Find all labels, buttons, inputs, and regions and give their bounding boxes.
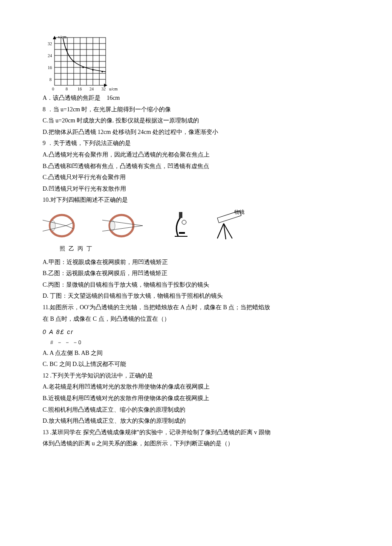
q8-option-b: 8 ．当 u=12cm 时，在光屏上能得到一个缩小的像 — [43, 104, 375, 116]
q9-option-c: C.凸透镜只对平行光有会聚作用 — [43, 172, 375, 183]
q11-stem-1: 11.如图所示，OO'为凸透镜的主光轴，当把蜡烛放在 A 点时，成像在 B 点；… — [43, 302, 375, 314]
ytick-32: 32 — [48, 41, 52, 46]
q9-option-a: A.凸透镜对光有会聚作用，因此通过凸透镜的光都会聚在焦点上 — [43, 149, 375, 161]
q11-diagram-line: 0 A 8£ cr — [43, 326, 375, 338]
q10-option-b: B.乙图：远视眼成像在视网膜后，用凹透镜矫正 — [43, 268, 375, 279]
q9-option-b: B.凸透镜和凹透镜都有焦点，凸透镜有实焦点，凹透镜有虚焦点 — [43, 161, 375, 172]
ytick-24: 24 — [48, 53, 52, 58]
svg-point-18 — [73, 61, 75, 62]
q10-caption: 照乙丙丁 — [60, 244, 375, 254]
q9-stem: 9 ．关于透镜，下列说法正确的是 — [43, 138, 375, 149]
svg-text:16: 16 — [78, 87, 82, 91]
svg-line-32 — [66, 226, 73, 229]
telescope-icon: 物镜 — [209, 209, 251, 243]
q11-options-cd: C. BC 之间 D.以上情况都不可能 — [43, 359, 375, 370]
q12-option-b: B.近视镜是利用凹透镜对光的发散作用使物体的像成在视网膜上 — [43, 393, 375, 404]
q10-figure-row: 物镜 — [43, 209, 375, 243]
svg-point-38 — [182, 220, 186, 224]
q12-option-a: A.老花镜是利用凹透镜对光的发散作用使物体的像成在视网膜上 — [43, 381, 375, 393]
q8-option-a: A．该凸透镜的焦距是 16cm — [43, 93, 375, 104]
svg-line-35 — [102, 220, 143, 226]
svg-point-17 — [66, 49, 67, 50]
svg-text:8: 8 — [66, 87, 68, 91]
q8-option-c: C.当 u=20cm 时成放大的像. 投影仪就是根据这一原理制成的 — [43, 115, 375, 127]
svg-rect-39 — [179, 232, 185, 234]
q11-diagram-sub: # − − −0 — [50, 338, 375, 348]
svg-text:24: 24 — [89, 87, 94, 91]
q12-option-d: D.放大镜利用凸透镜成正立、放大的实像的原理制成的 — [43, 415, 375, 427]
q9-option-d: D.凹透镜只对平行光有发散作用 — [43, 183, 375, 195]
ylabel: v/cm — [58, 35, 66, 39]
svg-text:32: 32 — [101, 87, 106, 91]
q10-option-d: D. 丁图：天文望远镜的目镜相当于放大镜，物镜相当于照相机的镜头 — [43, 290, 375, 302]
eye-diagram-myopia — [43, 211, 89, 241]
uv-chart: 32 24 16 8 0 8 16 24 32 v/cm u/cm — [43, 34, 119, 92]
ytick-8: 8 — [49, 77, 52, 82]
q13-stem-2: 体到凸透镜的距离 u 之间关系的图象，如图所示，下列判断正确的是（） — [43, 438, 375, 450]
svg-line-42 — [217, 224, 224, 238]
xlabel: u/cm — [109, 87, 118, 91]
q10-stem: 10.对下列四幅图阐述不正确的是 — [43, 195, 375, 206]
svg-point-21 — [101, 71, 103, 73]
q12-stem: 12 .下列关于光学知识的说法中，正确的是 — [43, 370, 375, 382]
q10-option-c: C.丙图：显微镜的目镜相当于放大镜，物镜相当于投影仪的镜头 — [43, 279, 375, 291]
svg-line-31 — [66, 223, 73, 226]
svg-rect-37 — [179, 212, 182, 218]
eye-diagram-hyperopia — [102, 211, 153, 241]
svg-point-19 — [82, 67, 84, 68]
svg-point-34 — [110, 221, 115, 231]
q10-option-a: A.甲图：近视眼成像在视网膜前，用凹透镜矫正 — [43, 257, 375, 268]
q13-stem-1: 13 .某班同学在 探究凸透镜成像规律”的实验中，记录并绘制了像到凸透镜的距离 … — [43, 427, 375, 439]
svg-text:0: 0 — [52, 87, 54, 91]
ytick-16: 16 — [48, 65, 52, 70]
microscope-icon — [166, 209, 196, 243]
q11-stem-2: 在 B 点时，成像在 C 点，则凸透镜的位置在（） — [43, 314, 375, 325]
svg-point-20 — [92, 69, 94, 71]
q12-option-c: C.照相机利用凸透镜成正立、缩小的实像的原理制成的 — [43, 404, 375, 416]
svg-line-36 — [102, 226, 143, 231]
q11-options-ab: A. A 点左侧 B. AB 之间 — [43, 348, 375, 359]
q8-option-d: D.把物体从距凸透镜 12cm 处移动到 24cm 处的过程中，像逐渐变小 — [43, 127, 375, 138]
